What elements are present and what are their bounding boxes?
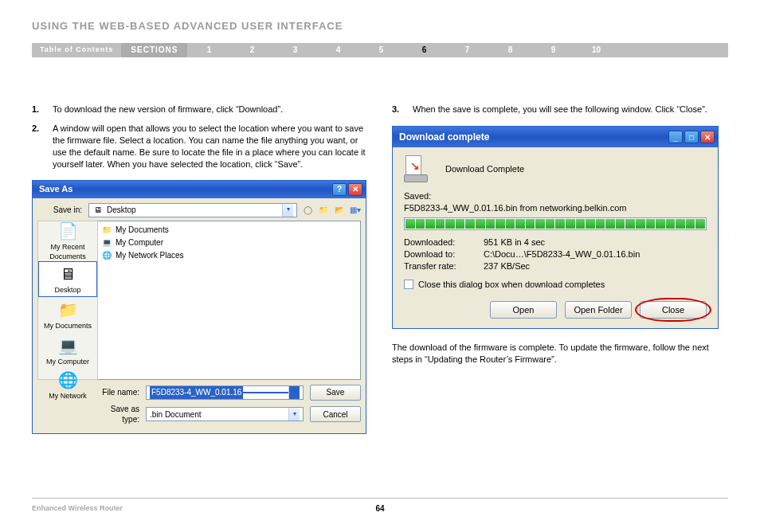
dropdown-arrow-icon [282, 204, 293, 217]
rate-label: Transfer rate: [404, 260, 484, 272]
footer-page-number: 64 [375, 503, 384, 514]
nav-section-4[interactable]: 4 [316, 45, 359, 56]
savetype-value: .bin Document [150, 409, 201, 421]
dropdown-arrow-icon [288, 408, 300, 421]
nav-section-1[interactable]: 1 [187, 45, 230, 56]
help-button[interactable]: ? [332, 183, 347, 196]
place-mynet-label: My Network [49, 391, 87, 401]
save-in-label: Save in: [37, 205, 88, 216]
download-icon: ↘ [404, 155, 431, 182]
desktop-icon: 🖥 [92, 205, 104, 216]
list-item[interactable]: 🌐My Network Places [101, 250, 357, 261]
nav-section-10[interactable]: 10 [574, 45, 617, 56]
minimize-button[interactable]: _ [668, 131, 683, 143]
page-title: USING THE WEB-BASED ADVANCED USER INTERF… [32, 19, 728, 33]
maximize-button[interactable]: □ [684, 131, 699, 143]
open-folder-button[interactable]: Open Folder [565, 301, 632, 319]
right-column: 3. When the save is complete, you will s… [392, 104, 728, 434]
desktop-place-icon: 🖥 [60, 264, 76, 285]
nav-section-3[interactable]: 3 [273, 45, 316, 56]
places-bar: 📄 My Recent Documents 🖥 Desktop 📁 My Doc… [37, 221, 98, 380]
back-icon[interactable]: ◯ [302, 205, 313, 216]
list-item[interactable]: 💻My Computer [101, 237, 357, 248]
place-my-network[interactable]: 🌐 My Network [38, 369, 97, 401]
left-column: 1. To download the new version of firmwa… [32, 104, 368, 434]
download-complete-dialog: Download complete _ □ ✕ ↘ Download Compl… [392, 126, 719, 329]
savetype-label: Save as type: [98, 404, 146, 425]
folder-icon: 📁 [101, 225, 112, 236]
nav-section-5[interactable]: 5 [359, 45, 402, 56]
downloadto-value: C:\Docu…\F5D8233-4_WW_0.01.16.bin [484, 249, 640, 259]
close-on-complete-checkbox[interactable] [404, 280, 413, 289]
list-item-label: My Network Places [116, 250, 184, 261]
rate-value: 237 KB/Sec [484, 261, 530, 271]
filename-value: F5D8233-4_WW_0.01.16 [150, 386, 243, 399]
step-3-text: When the save is complete, you will see … [413, 104, 728, 115]
new-folder-icon[interactable]: 📂 [334, 205, 345, 216]
savetype-dropdown[interactable]: .bin Document [146, 407, 304, 421]
save-in-value: Desktop [107, 205, 136, 216]
up-folder-icon[interactable]: 📁 [318, 205, 329, 216]
dropdown-arrow-icon [288, 386, 300, 399]
downloadto-label: Download to: [404, 248, 484, 260]
place-desktop-label: Desktop [54, 285, 80, 295]
downloaded-label: Downloaded: [404, 237, 484, 248]
step-2-number: 2. [32, 123, 45, 170]
saved-label: Saved: [404, 190, 707, 202]
open-button[interactable]: Open [490, 301, 557, 319]
network-icon: 🌐 [101, 250, 112, 261]
mycomputer-icon: 💻 [58, 335, 78, 357]
nav-section-6[interactable]: 6 [402, 45, 445, 56]
step-1-number: 1. [32, 104, 45, 115]
progress-bar [404, 217, 707, 230]
list-item-label: My Documents [116, 225, 169, 236]
footer-product: Enhanced Wireless Router [32, 503, 123, 513]
close-on-complete-label: Close this dialog box when download comp… [418, 279, 605, 291]
place-recent-label: My Recent Documents [41, 242, 95, 261]
nav-sections-label: SECTIONS [121, 43, 187, 57]
step-2-text: A window will open that allows you to se… [53, 123, 368, 170]
place-recent-documents[interactable]: 📄 My Recent Documents [38, 221, 97, 261]
place-mycomp-label: My Computer [46, 357, 89, 366]
place-mydocs-label: My Documents [44, 321, 92, 331]
save-as-dialog: Save As ? ✕ Save in: 🖥 Desktop ◯ � [32, 180, 366, 434]
close-button[interactable]: Close [640, 301, 707, 319]
place-desktop[interactable]: 🖥 Desktop [38, 261, 97, 297]
list-item[interactable]: 📁My Documents [101, 225, 357, 236]
nav-toc[interactable]: Table of Contents [32, 45, 121, 54]
step-3-number: 3. [392, 104, 405, 115]
close-window-button[interactable]: ✕ [700, 131, 715, 143]
filename-input[interactable]: F5D8233-4_WW_0.01.16 [146, 385, 304, 400]
computer-icon: 💻 [101, 237, 112, 248]
step-1-text: To download the new version of firmware,… [53, 104, 368, 115]
recent-documents-icon: 📄 [58, 221, 78, 242]
save-as-titlebar: Save As ? ✕ [33, 181, 366, 198]
mydocs-icon: 📁 [58, 299, 78, 321]
cancel-button[interactable]: Cancel [310, 406, 361, 422]
save-as-title: Save As [39, 183, 72, 195]
download-complete-title: Download complete [399, 131, 489, 143]
page-footer: Enhanced Wireless Router 64 [32, 498, 728, 513]
save-button[interactable]: Save [310, 385, 361, 401]
views-icon[interactable]: ▦▾ [350, 205, 361, 216]
close-button[interactable]: ✕ [348, 183, 362, 196]
nav-section-2[interactable]: 2 [230, 45, 273, 56]
nav-section-7[interactable]: 7 [445, 45, 488, 56]
nav-section-9[interactable]: 9 [531, 45, 574, 56]
mynetwork-icon: 🌐 [58, 370, 78, 391]
downloaded-value: 951 KB in 4 sec [484, 237, 545, 247]
file-list[interactable]: 📁My Documents 💻My Computer 🌐My Network P… [98, 221, 361, 380]
section-nav: Table of Contents SECTIONS 1 2 3 4 5 6 7… [32, 43, 728, 57]
nav-section-8[interactable]: 8 [488, 45, 531, 56]
list-item-label: My Computer [116, 237, 163, 248]
save-in-dropdown[interactable]: 🖥 Desktop [88, 203, 297, 217]
filename-label: File name: [98, 387, 146, 398]
download-complete-heading: Download Complete [445, 163, 524, 175]
after-download-text: The download of the firmware is complete… [392, 342, 728, 366]
download-complete-titlebar: Download complete _ □ ✕ [393, 127, 718, 147]
saved-value: F5D8233-4_WW_0.01.16.bin from networking… [404, 202, 707, 214]
place-my-computer[interactable]: 💻 My Computer [38, 333, 97, 369]
place-my-documents[interactable]: 📁 My Documents [38, 297, 97, 333]
